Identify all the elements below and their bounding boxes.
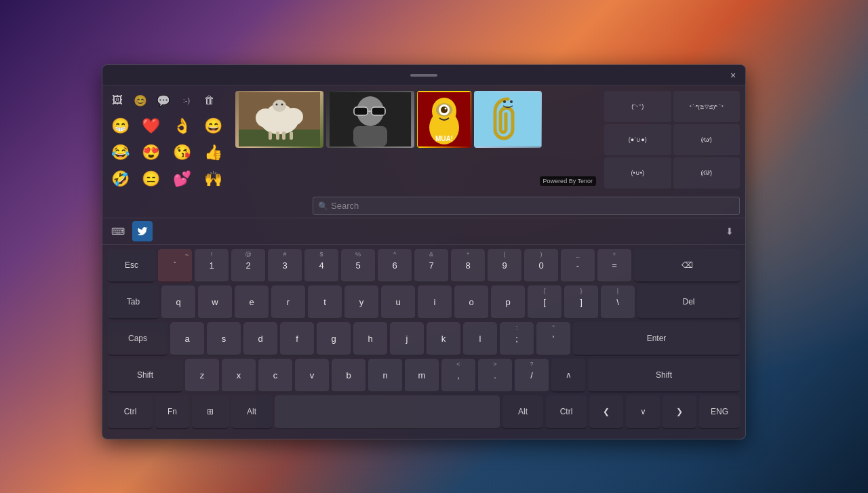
key-o[interactable]: o	[454, 285, 488, 319]
gif-clippy[interactable]	[474, 91, 542, 148]
key-period[interactable]: >.	[478, 359, 512, 393]
key-5[interactable]: %5	[341, 249, 375, 283]
emoji-grin[interactable]: 😄	[201, 114, 225, 138]
emoji-heart-eyes[interactable]: 😍	[139, 140, 163, 165]
key-ctrl-right[interactable]: Ctrl	[546, 395, 587, 429]
key-alt-left[interactable]: Alt	[231, 395, 272, 429]
key-space[interactable]	[275, 395, 500, 429]
search-input[interactable]	[313, 197, 740, 215]
key-t[interactable]: t	[308, 285, 342, 319]
emoji-grinning[interactable]: 😁	[108, 114, 132, 138]
emoji-tab-image[interactable]: 🖼	[108, 91, 127, 110]
emoji-kissing[interactable]: 😘	[170, 140, 195, 165]
key-tab[interactable]: Tab	[108, 285, 159, 319]
emoji-tab-face[interactable]: 😊	[131, 91, 150, 110]
key-n[interactable]: n	[368, 359, 402, 393]
key-del[interactable]: Del	[637, 285, 740, 319]
key-r[interactable]: r	[271, 285, 305, 319]
download-button[interactable]: ⬇	[719, 221, 740, 241]
key-slash[interactable]: ?/	[515, 359, 549, 393]
key-d[interactable]: d	[243, 322, 277, 356]
kaomoji-1[interactable]: (ᵔᵕᵔ)	[604, 91, 671, 122]
key-k[interactable]: k	[427, 322, 460, 356]
key-j[interactable]: j	[390, 322, 424, 356]
key-f[interactable]: f	[280, 322, 314, 356]
key-right[interactable]: ❯	[663, 395, 696, 429]
key-g[interactable]: g	[317, 322, 351, 356]
key-h[interactable]: h	[353, 322, 387, 356]
emoji-ok-hand[interactable]: 👌	[170, 114, 195, 138]
key-8[interactable]: *8	[451, 249, 485, 283]
key-comma[interactable]: <,	[441, 359, 475, 393]
key-c[interactable]: c	[258, 359, 292, 393]
key-l[interactable]: l	[463, 322, 497, 356]
key-left[interactable]: ❮	[589, 395, 623, 429]
key-semicolon[interactable]: :;	[500, 322, 534, 356]
key-2[interactable]: @2	[231, 249, 265, 283]
key-1[interactable]: !1	[195, 249, 229, 283]
key-win[interactable]: ⊞	[192, 395, 229, 429]
close-button[interactable]: ×	[726, 68, 740, 82]
key-9[interactable]: (9	[488, 249, 521, 283]
keyboard-mode-button[interactable]: ⌨	[108, 221, 128, 241]
key-backspace[interactable]: ⌫	[634, 249, 740, 283]
key-backtick[interactable]: ~`	[158, 249, 192, 283]
key-q[interactable]: q	[161, 285, 195, 319]
key-z[interactable]: z	[185, 359, 219, 393]
key-e[interactable]: e	[235, 285, 269, 319]
key-eng[interactable]: ENG	[699, 395, 740, 429]
key-v[interactable]: v	[295, 359, 329, 393]
key-shift-left[interactable]: Shift	[108, 359, 182, 393]
key-quote[interactable]: "'	[536, 322, 570, 356]
kaomoji-2[interactable]: *ˊ·ᵒ(≧▽≦)ᵒ·ˋ*	[673, 91, 741, 122]
key-4[interactable]: $4	[304, 249, 338, 283]
key-up[interactable]: ∧	[551, 359, 585, 393]
key-7[interactable]: &7	[414, 249, 448, 283]
emoji-tab-recent[interactable]: 🗑	[200, 91, 219, 110]
key-minus[interactable]: _-	[561, 249, 595, 283]
key-shift-right[interactable]: Shift	[588, 359, 740, 393]
key-rbracket[interactable]: }]	[564, 285, 598, 319]
emoji-heart[interactable]: ❤️	[139, 114, 163, 138]
emoji-joy[interactable]: 😂	[108, 140, 132, 165]
emoji-thumbsup[interactable]: 👍	[201, 140, 225, 165]
key-s[interactable]: s	[207, 322, 241, 356]
key-6[interactable]: ^6	[378, 249, 412, 283]
key-down[interactable]: ∨	[626, 395, 660, 429]
key-y[interactable]: y	[344, 285, 378, 319]
key-caps[interactable]: Caps	[108, 322, 167, 356]
key-w[interactable]: w	[198, 285, 232, 319]
key-b[interactable]: b	[332, 359, 366, 393]
key-a[interactable]: a	[170, 322, 204, 356]
key-m[interactable]: m	[405, 359, 439, 393]
key-ctrl-left[interactable]: Ctrl	[108, 395, 153, 429]
gif-sheep[interactable]	[235, 91, 323, 148]
emoji-raise-hands[interactable]: 🙌	[201, 167, 225, 191]
emoji-expressionless[interactable]: 😑	[139, 167, 163, 191]
emoji-tab-text[interactable]: 💬	[154, 91, 173, 110]
emoji-two-hearts[interactable]: 💕	[170, 167, 195, 191]
kaomoji-5[interactable]: (•∪•)	[604, 157, 671, 189]
key-enter[interactable]: Enter	[573, 322, 740, 356]
emoji-rofl[interactable]: 🤣	[108, 167, 132, 191]
key-alt-right[interactable]: Alt	[502, 395, 543, 429]
key-backslash[interactable]: |\	[601, 285, 635, 319]
key-fn[interactable]: Fn	[155, 395, 189, 429]
key-esc[interactable]: Esc	[108, 249, 155, 283]
gif-minion-svg: MUA!	[418, 92, 471, 146]
key-u[interactable]: u	[381, 285, 415, 319]
emoji-tab-kaomoji[interactable]: :-)	[177, 91, 196, 110]
key-equals[interactable]: +=	[597, 249, 631, 283]
gif-sunglasses[interactable]	[326, 91, 414, 148]
key-p[interactable]: p	[491, 285, 525, 319]
key-3[interactable]: #3	[268, 249, 302, 283]
key-lbracket[interactable]: {[	[528, 285, 561, 319]
key-i[interactable]: i	[418, 285, 452, 319]
gif-minion[interactable]: MUA!	[417, 91, 471, 148]
kaomoji-6[interactable]: (⁄///⁄)	[673, 157, 741, 189]
key-0[interactable]: )0	[524, 249, 558, 283]
kaomoji-3[interactable]: (●´∪●)	[604, 124, 671, 155]
kaomoji-4[interactable]: (⁄ω⁄)	[673, 124, 741, 155]
key-x[interactable]: x	[222, 359, 256, 393]
twitter-mode-button[interactable]	[132, 221, 153, 241]
